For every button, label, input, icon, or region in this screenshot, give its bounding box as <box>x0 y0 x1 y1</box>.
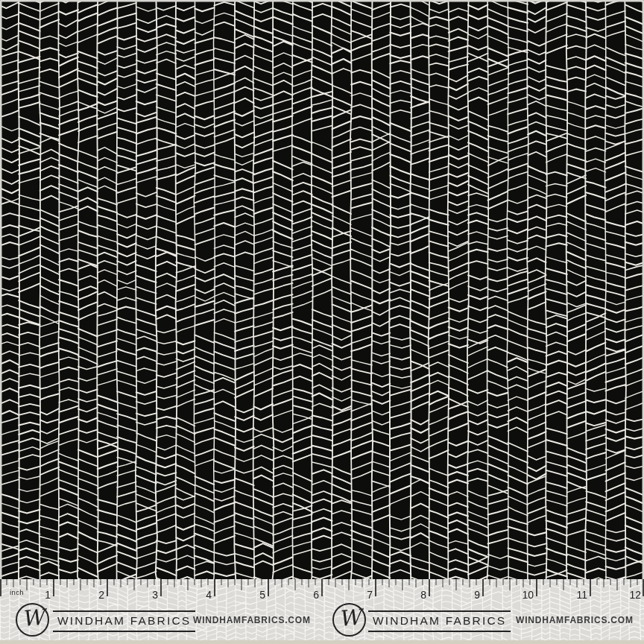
windham-logo: W <box>332 603 366 637</box>
info-band: inch 123456789101112 W WINDHAM FABRICS W… <box>0 579 644 640</box>
brand-footer: W WINDHAM FABRICS WINDHAMFABRICS.COM W W… <box>0 579 644 640</box>
bottom-edge-strip <box>0 640 644 644</box>
brand-name: WINDHAM FABRICS <box>53 610 195 632</box>
brand-name: WINDHAM FABRICS <box>368 610 511 632</box>
fabric-product-image: inch 123456789101112 W WINDHAM FABRICS W… <box>0 0 644 644</box>
windham-logo: W <box>16 603 49 637</box>
fabric-herringbone-pattern <box>0 0 644 579</box>
logo-w-monogram: W <box>337 607 361 630</box>
website-url: WINDHAMFABRICS.COM <box>193 615 311 625</box>
website-url: WINDHAMFABRICS.COM <box>516 615 634 625</box>
logo-w-monogram: W <box>20 607 44 630</box>
